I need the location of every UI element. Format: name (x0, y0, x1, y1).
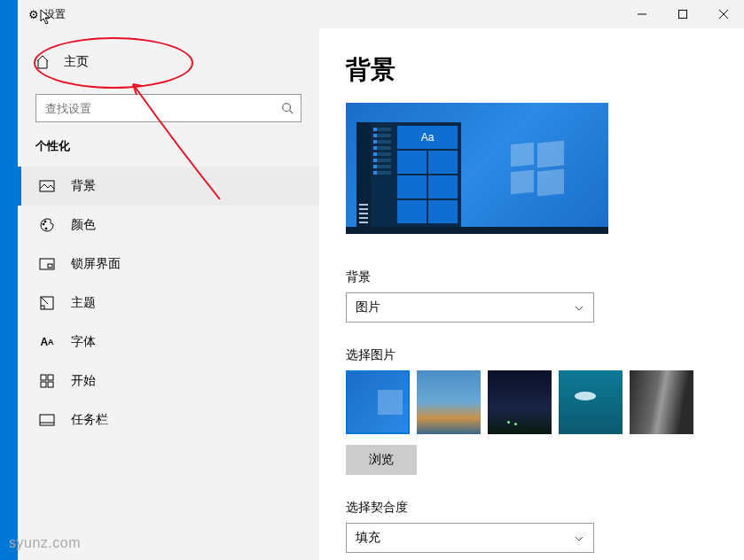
content-pane: 背景 Aa 背景 图片 选择图片 (319, 28, 744, 560)
preview-taskbar (346, 227, 608, 234)
sidebar-item-themes[interactable]: 主题 (18, 284, 319, 323)
window-body: 主页 个性化 背景 (18, 28, 744, 560)
window-title: 设置 (44, 7, 66, 22)
settings-app-icon: ⚙ (28, 8, 39, 21)
svg-rect-13 (41, 375, 46, 380)
sidebar-section-title: 个性化 (18, 138, 319, 154)
chevron-down-icon (574, 533, 584, 543)
fit-dropdown[interactable]: 填充 (346, 523, 594, 553)
svg-rect-14 (48, 375, 53, 380)
preview-sample-text: Aa (397, 126, 458, 149)
chevron-down-icon (574, 302, 584, 313)
watermark-text: syunz.com (9, 535, 81, 551)
fit-label: 选择契合度 (346, 500, 717, 516)
background-type-dropdown[interactable]: 图片 (346, 292, 594, 323)
home-label: 主页 (64, 54, 89, 70)
desktop-preview: Aa (346, 103, 608, 234)
home-icon (35, 55, 50, 69)
minimize-button[interactable] (622, 0, 662, 28)
search-icon (281, 102, 294, 114)
window-buttons (622, 0, 744, 28)
svg-rect-11 (48, 264, 52, 268)
svg-point-9 (45, 228, 47, 229)
titlebar: ⚙ 设置 (18, 0, 744, 28)
sidebar-item-fonts[interactable]: AA 字体 (18, 323, 319, 362)
svg-rect-1 (679, 11, 687, 19)
sidebar-item-label: 字体 (71, 334, 96, 350)
titlebar-left: ⚙ 设置 (28, 7, 66, 22)
settings-window: ⚙ 设置 主页 (18, 0, 744, 560)
sidebar-item-label: 主题 (71, 295, 96, 311)
svg-point-7 (43, 223, 44, 225)
browse-button[interactable]: 浏览 (346, 445, 417, 475)
svg-point-8 (44, 221, 46, 222)
sidebar-item-label: 锁屏界面 (71, 256, 121, 272)
palette-icon (39, 217, 55, 233)
wallpaper-thumb-5[interactable] (630, 370, 693, 434)
picture-thumbnails (346, 370, 717, 434)
sidebar-nav: 背景 颜色 锁屏界面 (18, 167, 319, 439)
wallpaper-thumb-4[interactable] (559, 370, 623, 434)
dropdown-value: 图片 (356, 299, 380, 315)
search-box[interactable] (35, 94, 302, 122)
wallpaper-thumb-3[interactable] (488, 370, 552, 434)
wallpaper-thumb-1[interactable] (346, 370, 410, 434)
taskbar-icon (39, 412, 55, 428)
close-button[interactable] (703, 0, 744, 28)
lockscreen-icon (39, 256, 55, 272)
svg-point-4 (283, 104, 291, 112)
choose-picture-label: 选择图片 (346, 347, 717, 363)
start-icon (39, 373, 55, 389)
sidebar-item-label: 背景 (71, 178, 96, 194)
theme-icon (39, 295, 55, 311)
svg-rect-15 (41, 382, 46, 387)
sidebar-item-label: 任务栏 (71, 412, 108, 428)
sidebar-item-label: 开始 (71, 373, 96, 389)
picture-icon (39, 178, 55, 194)
preview-start-menu: Aa (356, 122, 461, 227)
sidebar-item-lockscreen[interactable]: 锁屏界面 (18, 245, 319, 284)
wallpaper-thumb-2[interactable] (417, 370, 481, 434)
page-heading: 背景 (346, 53, 717, 87)
sidebar-item-background[interactable]: 背景 (18, 167, 319, 206)
font-icon: AA (39, 334, 55, 350)
home-link[interactable]: 主页 (18, 46, 319, 78)
sidebar: 主页 个性化 背景 (18, 28, 319, 560)
dropdown-value: 填充 (356, 530, 380, 546)
sidebar-item-label: 颜色 (71, 217, 96, 233)
search-input[interactable] (45, 102, 281, 115)
svg-rect-17 (40, 415, 54, 425)
sidebar-item-taskbar[interactable]: 任务栏 (18, 401, 319, 439)
svg-line-5 (290, 111, 294, 114)
sidebar-item-start[interactable]: 开始 (18, 362, 319, 401)
background-label: 背景 (346, 269, 717, 285)
maximize-button[interactable] (662, 0, 703, 28)
svg-rect-16 (48, 382, 53, 387)
sidebar-item-colors[interactable]: 颜色 (18, 206, 319, 245)
windows-logo-watermark (511, 142, 564, 195)
